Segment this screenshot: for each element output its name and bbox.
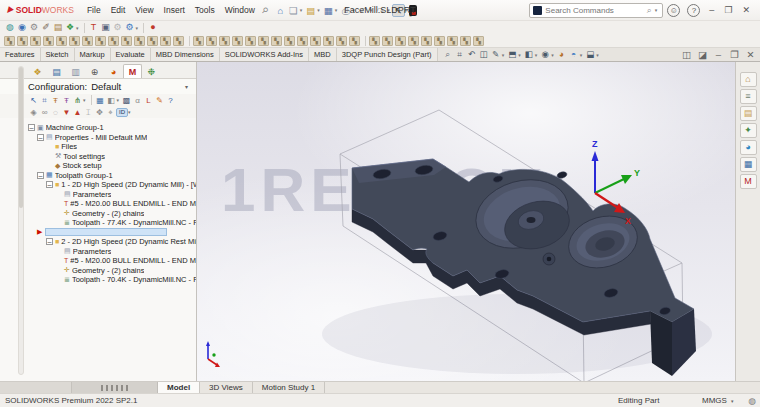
cam-options-icon[interactable]: ⚙ — [124, 22, 136, 34]
grid-view-icon[interactable]: ▦ — [95, 95, 106, 106]
grid-alt-icon[interactable]: ▩ — [121, 95, 132, 106]
select-icon-caret[interactable]: ▾ — [405, 7, 408, 13]
hide-show-icon-caret[interactable]: ▾ — [551, 52, 554, 58]
mill-3d-toolpath-icon[interactable]: ▚ — [271, 36, 282, 46]
redo-icon-caret[interactable]: ▾ — [387, 7, 390, 13]
l-axis-icon[interactable]: L — [143, 95, 154, 106]
mill-2d-toolpath-icon[interactable]: ▚ — [147, 36, 158, 46]
tree-op1-geometry[interactable]: ✛Geometry - (2) chains — [28, 209, 196, 219]
tab-splitter-handle[interactable] — [72, 382, 158, 393]
panel-tab-configurations[interactable]: ▥ — [66, 64, 85, 78]
mill-multiaxis-toolpath-icon[interactable]: ▚ — [395, 36, 406, 46]
select-entity-icon[interactable]: ↖ — [28, 95, 39, 106]
expander-icon[interactable]: – — [37, 172, 44, 179]
previous-view-icon[interactable]: ↶ — [466, 49, 478, 61]
select-icon[interactable]: ↖ — [392, 4, 405, 17]
annotation-view-icon[interactable]: ✎ — [490, 49, 502, 61]
save-icon-caret[interactable]: ▾ — [335, 7, 338, 13]
search-icon[interactable]: ⌕ — [647, 5, 652, 16]
print-icon[interactable]: ⎙ — [339, 4, 352, 17]
tab-3d-views[interactable]: 3D Views — [200, 382, 253, 393]
tree-op1-tool[interactable]: T#5 - M20.00 BULL ENDMILL - END MILL WIT… — [28, 199, 196, 209]
tab-features[interactable]: Features — [0, 48, 41, 61]
configuration-caret-icon[interactable]: ▾ — [185, 83, 188, 90]
panel-tab-displaymanager[interactable]: ◕ — [104, 64, 123, 78]
save-icon[interactable]: ▦ — [322, 4, 335, 17]
mastercam-pane-icon[interactable]: M — [740, 174, 757, 189]
tree-machine-group[interactable]: –▣Machine Group-1 — [28, 123, 196, 133]
sign-in-icon[interactable]: ☺ — [667, 4, 680, 17]
view-orientation-icon-caret[interactable]: ▾ — [518, 52, 521, 58]
move-down-icon[interactable]: ▼ — [61, 107, 72, 118]
custom-properties-icon[interactable]: ▦ — [740, 157, 757, 172]
fence-icon[interactable]: ⌶ — [83, 107, 94, 118]
tree-tool-settings[interactable]: ⚒Tool settings — [28, 152, 196, 162]
cam-boundaries-icon[interactable]: ▣ — [100, 22, 112, 34]
part-model[interactable] — [322, 159, 712, 376]
display-style-icon-caret[interactable]: ▾ — [535, 52, 538, 58]
panel-tab-cam-tree[interactable]: ❉ — [142, 64, 161, 78]
tab-3dqp-punch-design-part[interactable]: 3DQP Punch Design (Part) — [337, 48, 438, 61]
mill-3d-toolpath-icon[interactable]: ▚ — [336, 36, 347, 46]
redo-icon[interactable]: ↷ — [374, 4, 387, 17]
expander-icon[interactable]: – — [28, 124, 35, 131]
search-input[interactable] — [545, 6, 643, 15]
menu-file[interactable]: File — [82, 3, 106, 17]
tab-model[interactable]: Model — [158, 382, 200, 393]
lock-icon[interactable]: ◈ — [28, 107, 39, 118]
search-scope-icon[interactable] — [533, 6, 542, 15]
move-up-icon[interactable]: ▲ — [72, 107, 83, 118]
tab-motion-study-1[interactable]: Motion Study 1 — [253, 382, 325, 393]
mill-multiaxis-toolpath-icon[interactable]: ▚ — [460, 36, 471, 46]
panel-scrollbar-thumb[interactable] — [19, 67, 23, 208]
view-palette-icon[interactable]: ✦ — [740, 123, 757, 138]
search-box[interactable]: ⌕ ▾ — [529, 3, 663, 18]
undo-icon[interactable]: ↶ — [357, 4, 370, 17]
tree-op2-tool[interactable]: T#5 - M20.00 BULL ENDMILL - END MILL WIT… — [28, 256, 196, 266]
pin-menu-icon[interactable]: ⚲ — [260, 5, 271, 16]
edit-pen-icon[interactable]: ✎ — [154, 95, 165, 106]
panel-tab-featuremanager[interactable]: ❖ — [28, 64, 47, 78]
mastercam-launcher-icon[interactable]: ▎ — [409, 5, 417, 16]
cam-verify-icon-caret[interactable]: ▾ — [76, 25, 79, 31]
doc-minimize-icon[interactable]: – — [712, 48, 725, 61]
mill-3d-toolpath-icon[interactable]: ▚ — [349, 36, 360, 46]
appearance-balls-icon[interactable]: ◧ — [106, 95, 117, 106]
view-orientation-icon[interactable]: ⬒ — [506, 49, 518, 61]
mill-3d-toolpath-icon[interactable]: ▚ — [206, 36, 217, 46]
menu-view[interactable]: View — [130, 3, 158, 17]
annotation-view-icon-caret[interactable]: ▾ — [502, 52, 505, 58]
design-library-icon[interactable]: ≡ — [740, 89, 757, 104]
tree-op2-toolpath[interactable]: ≣Toolpath - 70.4K - DynamicMill.NC - Pro… — [28, 275, 196, 285]
doc-close-icon[interactable]: ✕ — [744, 48, 757, 61]
alpha-icon[interactable]: α — [132, 95, 143, 106]
axes-icon[interactable]: ⌖ — [105, 107, 116, 118]
mill-2d-toolpath-icon[interactable]: ▚ — [43, 36, 54, 46]
tab-solidworks-add-ins[interactable]: SOLIDWORKS Add-Ins — [220, 48, 309, 61]
chain-select-icon-caret[interactable]: ▾ — [83, 97, 86, 103]
cam-post-process-icon[interactable]: ● — [147, 22, 159, 34]
tab-evaluate[interactable]: Evaluate — [111, 48, 151, 61]
minimize-button[interactable]: – — [704, 5, 719, 15]
toolpath-select-icon[interactable]: Ŧ — [50, 95, 61, 106]
tab-mbd-dimensions[interactable]: MBD Dimensions — [151, 48, 220, 61]
mill-2d-toolpath-icon[interactable]: ▚ — [173, 36, 184, 46]
doc-pane-right-icon[interactable]: ◪ — [696, 48, 709, 61]
cam-options-icon-caret[interactable]: ▾ — [136, 25, 139, 31]
taskpane-home-icon[interactable]: ⌂ — [740, 72, 757, 87]
print-icon-caret[interactable]: ▾ — [352, 7, 355, 13]
cam-fixture-icon[interactable]: ⚙ — [28, 22, 40, 34]
menu-insert[interactable]: Insert — [159, 3, 190, 17]
link-icon[interactable]: ∞ — [39, 107, 50, 118]
expander-icon[interactable]: – — [37, 134, 44, 141]
3d-scene[interactable]: Z Y X — [197, 62, 735, 381]
appearances-scenes-icon[interactable]: ◕ — [740, 140, 757, 155]
undo-icon-caret[interactable]: ▾ — [370, 7, 373, 13]
file-explorer-icon[interactable]: ▤ — [740, 106, 757, 121]
mill-3d-toolpath-icon[interactable]: ▚ — [297, 36, 308, 46]
view-settings-icon-caret[interactable]: ▾ — [596, 52, 599, 58]
mill-multiaxis-toolpath-icon[interactable]: ▚ — [369, 36, 380, 46]
configuration-row[interactable]: Configuration: Default ▾ — [0, 79, 196, 94]
mill-2d-toolpath-icon[interactable]: ▚ — [82, 36, 93, 46]
mill-2d-toolpath-icon[interactable]: ▚ — [95, 36, 106, 46]
